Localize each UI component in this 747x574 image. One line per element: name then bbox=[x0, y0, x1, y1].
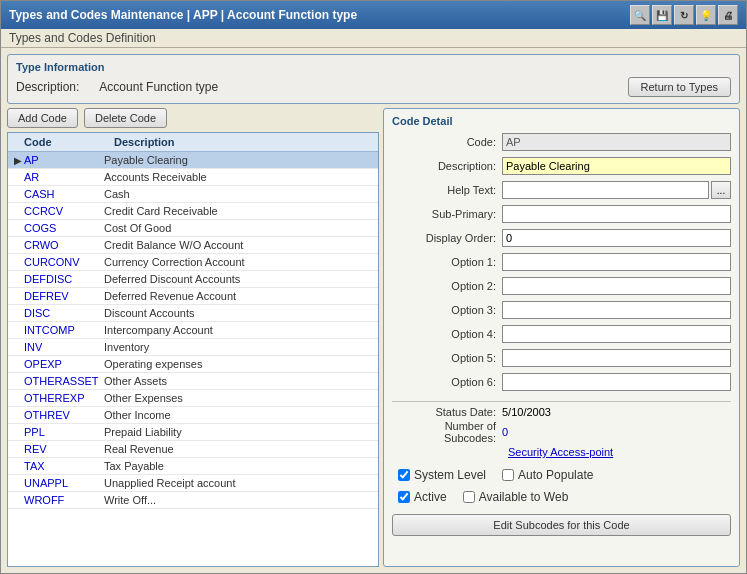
list-item[interactable]: INV Inventory bbox=[8, 339, 378, 356]
row-desc: Real Revenue bbox=[104, 443, 372, 455]
left-panel: Add Code Delete Code Code Description ▶ … bbox=[7, 108, 379, 567]
list-item[interactable]: CURCONV Currency Correction Account bbox=[8, 254, 378, 271]
row-desc: Payable Clearing bbox=[104, 154, 372, 166]
option1-field-row: Option 1: bbox=[392, 253, 731, 271]
refresh-icon[interactable]: ↻ bbox=[674, 5, 694, 25]
subtitle-text: Types and Codes Definition bbox=[9, 31, 156, 45]
helptext-input-group: ... bbox=[502, 181, 731, 199]
row-code: DEFREV bbox=[24, 290, 104, 302]
option5-input[interactable] bbox=[502, 349, 731, 367]
option6-input[interactable] bbox=[502, 373, 731, 391]
type-info-panel: Type Information Description: Account Fu… bbox=[7, 54, 740, 104]
status-date-label: Status Date: bbox=[392, 406, 502, 418]
list-item[interactable]: ▶ AP Payable Clearing bbox=[8, 152, 378, 169]
row-code: PPL bbox=[24, 426, 104, 438]
subprimary-input[interactable] bbox=[502, 205, 731, 223]
row-code: DISC bbox=[24, 307, 104, 319]
row-desc: Unapplied Receipt account bbox=[104, 477, 372, 489]
list-item[interactable]: CRWO Credit Balance W/O Account bbox=[8, 237, 378, 254]
option4-field-row: Option 4: bbox=[392, 325, 731, 343]
row-code: AR bbox=[24, 171, 104, 183]
system-level-checkbox[interactable] bbox=[398, 469, 410, 481]
list-item[interactable]: PPL Prepaid Liability bbox=[8, 424, 378, 441]
title-bar: Types and Codes Maintenance | APP | Acco… bbox=[1, 1, 746, 29]
middle-section: Add Code Delete Code Code Description ▶ … bbox=[7, 108, 740, 567]
available-to-web-checkbox-group: Available to Web bbox=[463, 490, 569, 504]
option1-input[interactable] bbox=[502, 253, 731, 271]
search-icon[interactable]: 🔍 bbox=[630, 5, 650, 25]
code-input[interactable] bbox=[502, 133, 731, 151]
description-label: Description: bbox=[16, 80, 79, 94]
status-date-value: 5/10/2003 bbox=[502, 406, 551, 418]
row-desc: Credit Card Receivable bbox=[104, 205, 372, 217]
auto-populate-checkbox-group: Auto Populate bbox=[502, 468, 593, 482]
active-checkbox[interactable] bbox=[398, 491, 410, 503]
displayorder-label: Display Order: bbox=[392, 232, 502, 244]
helptext-ellipsis-button[interactable]: ... bbox=[711, 181, 731, 199]
delete-code-button[interactable]: Delete Code bbox=[84, 108, 167, 128]
auto-populate-checkbox[interactable] bbox=[502, 469, 514, 481]
helptext-field-row: Help Text: ... bbox=[392, 181, 731, 199]
row-desc: Other Income bbox=[104, 409, 372, 421]
add-code-button[interactable]: Add Code bbox=[7, 108, 78, 128]
row-code: TAX bbox=[24, 460, 104, 472]
security-access-row: Security Access-point bbox=[392, 446, 731, 458]
list-item[interactable]: AR Accounts Receivable bbox=[8, 169, 378, 186]
desc-label: Description: bbox=[392, 160, 502, 172]
row-desc: Currency Correction Account bbox=[104, 256, 372, 268]
list-item[interactable]: OPEXP Operating expenses bbox=[8, 356, 378, 373]
main-window: Types and Codes Maintenance | APP | Acco… bbox=[0, 0, 747, 574]
title-bar-icons: 🔍 💾 ↻ 💡 🖨 bbox=[630, 5, 738, 25]
list-item[interactable]: WROFF Write Off... bbox=[8, 492, 378, 509]
security-access-link[interactable]: Security Access-point bbox=[508, 446, 613, 458]
save-icon[interactable]: 💾 bbox=[652, 5, 672, 25]
list-item[interactable]: OTHEREXP Other Expenses bbox=[8, 390, 378, 407]
content-area: Type Information Description: Account Fu… bbox=[1, 48, 746, 573]
list-item[interactable]: DEFREV Deferred Revenue Account bbox=[8, 288, 378, 305]
list-item[interactable]: OTHERASSET Other Assets bbox=[8, 373, 378, 390]
row-code: CURCONV bbox=[24, 256, 104, 268]
code-field-row: Code: bbox=[392, 133, 731, 151]
list-item[interactable]: TAX Tax Payable bbox=[8, 458, 378, 475]
num-subcodes-label: Number of Subcodes: bbox=[392, 420, 502, 444]
displayorder-input[interactable] bbox=[502, 229, 731, 247]
info-icon[interactable]: 💡 bbox=[696, 5, 716, 25]
displayorder-field-row: Display Order: bbox=[392, 229, 731, 247]
option4-input[interactable] bbox=[502, 325, 731, 343]
option2-label: Option 2: bbox=[392, 280, 502, 292]
option3-input[interactable] bbox=[502, 301, 731, 319]
list-item[interactable]: CASH Cash bbox=[8, 186, 378, 203]
row-desc: Intercompany Account bbox=[104, 324, 372, 336]
active-label: Active bbox=[414, 490, 447, 504]
helptext-input[interactable] bbox=[502, 181, 709, 199]
row-code: CCRCV bbox=[24, 205, 104, 217]
row-desc: Credit Balance W/O Account bbox=[104, 239, 372, 251]
row-code: OTHREV bbox=[24, 409, 104, 421]
return-to-types-button[interactable]: Return to Types bbox=[628, 77, 731, 97]
edit-subcodes-button[interactable]: Edit Subcodes for this Code bbox=[392, 514, 731, 536]
list-item[interactable]: DISC Discount Accounts bbox=[8, 305, 378, 322]
available-to-web-label: Available to Web bbox=[479, 490, 569, 504]
row-code: INV bbox=[24, 341, 104, 353]
option3-field-row: Option 3: bbox=[392, 301, 731, 319]
list-item[interactable]: REV Real Revenue bbox=[8, 441, 378, 458]
row-desc: Prepaid Liability bbox=[104, 426, 372, 438]
list-item[interactable]: COGS Cost Of Good bbox=[8, 220, 378, 237]
status-date-row: Status Date: 5/10/2003 bbox=[392, 406, 731, 418]
available-to-web-checkbox[interactable] bbox=[463, 491, 475, 503]
list-item[interactable]: DEFDISC Deferred Discount Accounts bbox=[8, 271, 378, 288]
list-item[interactable]: UNAPPL Unapplied Receipt account bbox=[8, 475, 378, 492]
option2-input[interactable] bbox=[502, 277, 731, 295]
list-item[interactable]: INTCOMP Intercompany Account bbox=[8, 322, 378, 339]
row-desc: Cost Of Good bbox=[104, 222, 372, 234]
description-input[interactable] bbox=[502, 157, 731, 175]
row-desc: Operating expenses bbox=[104, 358, 372, 370]
list-item[interactable]: CCRCV Credit Card Receivable bbox=[8, 203, 378, 220]
option1-label: Option 1: bbox=[392, 256, 502, 268]
code-list-container: Code Description ▶ AP Payable Clearing A… bbox=[7, 132, 379, 567]
row-desc: Other Expenses bbox=[104, 392, 372, 404]
subtitle-bar: Types and Codes Definition bbox=[1, 29, 746, 48]
close-icon[interactable]: 🖨 bbox=[718, 5, 738, 25]
subprimary-field-row: Sub-Primary: bbox=[392, 205, 731, 223]
list-item[interactable]: OTHREV Other Income bbox=[8, 407, 378, 424]
